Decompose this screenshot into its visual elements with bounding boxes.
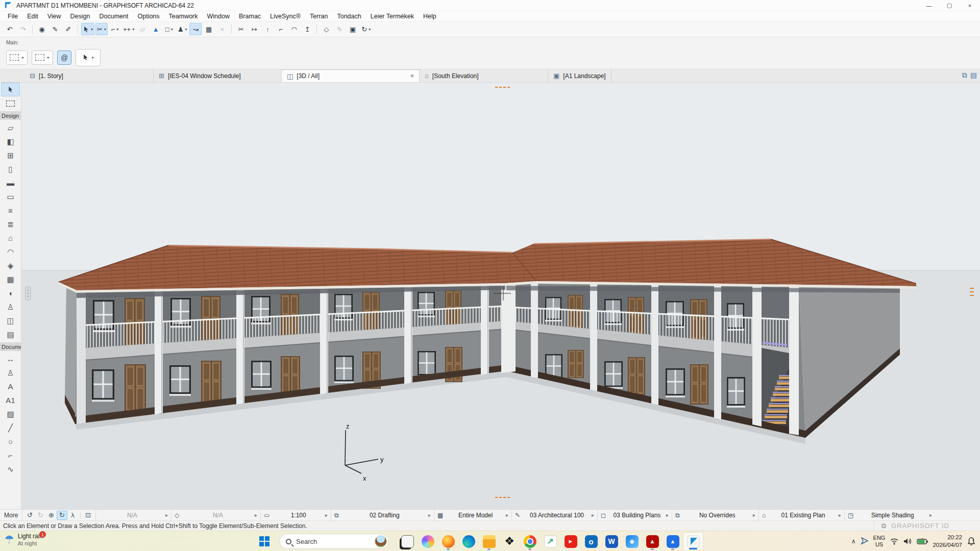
minimize-button[interactable]: — xyxy=(919,0,939,11)
tab-type-icon: ⊞ xyxy=(159,72,164,80)
clock[interactable]: 20:22 2026/04/07 xyxy=(933,534,962,549)
status-bar: Click an Element or Draw a Selection Are… xyxy=(0,520,980,531)
quick-options-bar: More ↺↻⊕↻λ⊡ N/A ▸ ◇ N/A ▸ ▭ xyxy=(0,509,980,520)
menu-item[interactable]: LiveSync® xyxy=(265,12,305,21)
tab-bar-controls[interactable]: ⧉ ▤ xyxy=(962,71,977,80)
tab-label: [1. Story] xyxy=(39,72,63,80)
archicad-app-icon xyxy=(5,2,12,9)
segment-flyout-icon[interactable]: ▸ xyxy=(165,512,168,518)
segment-flyout-icon[interactable]: ▸ xyxy=(839,512,841,518)
dropdown-arrow-icon[interactable]: ▾ xyxy=(91,27,93,32)
speaker-icon[interactable] xyxy=(903,538,912,545)
main-palette-label-row: Main: xyxy=(0,37,980,46)
cursor-arrow-icon xyxy=(7,86,14,93)
wifi-icon[interactable] xyxy=(890,538,899,545)
tab-type-icon: ◫ xyxy=(287,72,293,80)
dropdown-arrow-icon[interactable]: ▾ xyxy=(369,27,371,32)
running-indicator xyxy=(447,548,450,550)
segment-flyout-icon[interactable]: ▸ xyxy=(255,512,257,518)
menu-item[interactable]: Window xyxy=(203,12,234,21)
title-bar: APARTMNT D1 MTHOMBENI - GRAPHISOFT ARCHI… xyxy=(0,0,980,11)
tab-overview-icon[interactable]: ⧉ xyxy=(962,71,967,80)
segment-flyout-icon[interactable]: ▸ xyxy=(666,512,669,518)
dropdown-arrow-icon[interactable]: ▾ xyxy=(185,27,187,32)
axis-z-label: z xyxy=(346,422,350,430)
tray-time: 20:22 xyxy=(933,534,962,541)
flyout-arrow-icon[interactable]: ▸ xyxy=(92,55,94,60)
tab-type-icon: ⌂ xyxy=(425,72,429,80)
view-tab-bar: ⧉ ▤ ⊟ [1. Story] ⊞ [IES-04 Window Schedu… xyxy=(0,69,980,83)
start-button[interactable] xyxy=(259,536,270,546)
tab-label: [IES-04 Window Schedule] xyxy=(168,72,241,80)
segment-flyout-icon[interactable]: ▸ xyxy=(506,512,508,518)
dropdown-arrow-icon[interactable]: ▾ xyxy=(104,27,106,32)
search-icon xyxy=(286,539,291,544)
search-box[interactable]: Search xyxy=(279,534,389,549)
tab-type-icon: ▣ xyxy=(553,72,559,80)
notification-badge: 1 xyxy=(39,531,46,538)
weather-widget[interactable]: ☂ 1 Light rain At night xyxy=(4,533,43,547)
marquee-box-icon xyxy=(6,101,15,107)
maximize-button[interactable]: ▢ xyxy=(939,0,960,11)
sky xyxy=(21,83,980,270)
tab-list-icon[interactable]: ▤ xyxy=(970,71,977,80)
segment-flyout-icon[interactable]: ▸ xyxy=(428,512,431,518)
status-message: Click an Element or Draw a Selection Are… xyxy=(0,522,874,530)
segment-flyout-icon[interactable]: ▸ xyxy=(592,512,594,518)
battery-icon[interactable] xyxy=(917,538,928,545)
menu-item[interactable]: Tondach xyxy=(332,12,365,21)
main-palette-label: Main: xyxy=(6,40,18,45)
dropdown-arrow-icon[interactable]: ▾ xyxy=(171,27,173,32)
menu-item[interactable]: Options xyxy=(133,12,164,21)
dropdown-arrow-icon[interactable]: ▾ xyxy=(116,27,118,32)
segment-icon: ⧉ xyxy=(334,512,339,519)
more-button[interactable]: More xyxy=(0,510,22,520)
menu-item[interactable]: Edit xyxy=(22,12,43,21)
menu-item[interactable]: Help xyxy=(419,12,441,21)
menu-item[interactable]: Bramac xyxy=(234,12,265,21)
menu-item[interactable]: View xyxy=(43,12,66,21)
umbrella-icon: ☂ xyxy=(4,533,14,546)
system-tray: ∧ ENG US 20:22 2026/04/07 z xyxy=(851,531,976,551)
cursor-arrow-icon xyxy=(82,54,89,61)
close-button[interactable]: × xyxy=(960,0,980,11)
running-indicator xyxy=(528,548,531,550)
search-daily-image[interactable] xyxy=(375,535,387,547)
3d-model-view[interactable]: z y x xyxy=(21,83,980,509)
tab-close-icon[interactable]: × xyxy=(406,72,414,80)
menu-item[interactable]: Terran xyxy=(305,12,332,21)
tray-expand-icon[interactable]: ∧ xyxy=(851,538,856,545)
notification-bell-icon[interactable]: z xyxy=(967,537,976,546)
graphisoft-id-panel[interactable]: ⧉ GRAPHISOFT ID xyxy=(874,521,957,531)
weather-time-of-day: At night xyxy=(18,540,43,547)
menu-item[interactable]: Design xyxy=(66,12,95,21)
flyout-arrow-icon[interactable]: ▸ xyxy=(47,55,50,60)
segment-flyout-icon[interactable]: ▸ xyxy=(753,512,755,518)
viewport-side-handle[interactable] xyxy=(26,287,31,300)
menu-item[interactable]: Leier Termékek xyxy=(366,12,419,21)
restore-windows-icon[interactable]: ⧉ xyxy=(881,522,886,530)
flyout-arrow-icon[interactable]: ▸ xyxy=(22,55,24,60)
menu-item[interactable]: File xyxy=(3,12,22,21)
segment-icon: ◻ xyxy=(601,512,606,519)
tab-label: [3D / All] xyxy=(297,72,320,80)
svg-text:z: z xyxy=(972,538,974,542)
axis-x-label: x xyxy=(363,474,366,482)
3d-viewport[interactable]: z y x xyxy=(21,83,980,509)
segment-flyout-icon[interactable]: ▸ xyxy=(325,512,328,518)
segment-icon: ⌂ xyxy=(762,512,766,519)
segment-flyout-icon[interactable]: ▸ xyxy=(929,512,932,518)
tab-label: [A1 Landscape] xyxy=(563,72,605,80)
language-indicator[interactable]: ENG US xyxy=(873,535,886,547)
tab-type-icon: ⊟ xyxy=(30,72,35,80)
location-icon[interactable] xyxy=(861,537,869,545)
dropdown-arrow-icon[interactable]: ▾ xyxy=(132,27,134,32)
archicad-window: APARTMNT D1 MTHOMBENI - GRAPHISOFT ARCHI… xyxy=(0,0,980,551)
selection-box-icon xyxy=(35,54,44,61)
navigation-controls: ↺↻⊕↻λ⊡ xyxy=(22,510,95,520)
menu-item[interactable]: Teamwork xyxy=(164,12,203,21)
menu-item[interactable]: Document xyxy=(95,12,133,21)
segment-icon: ▭ xyxy=(264,512,270,519)
main-palette: ▸ ▸ @ ▸ xyxy=(0,46,980,69)
window-title: APARTMNT D1 MTHOMBENI - GRAPHISOFT ARCHI… xyxy=(16,2,194,9)
